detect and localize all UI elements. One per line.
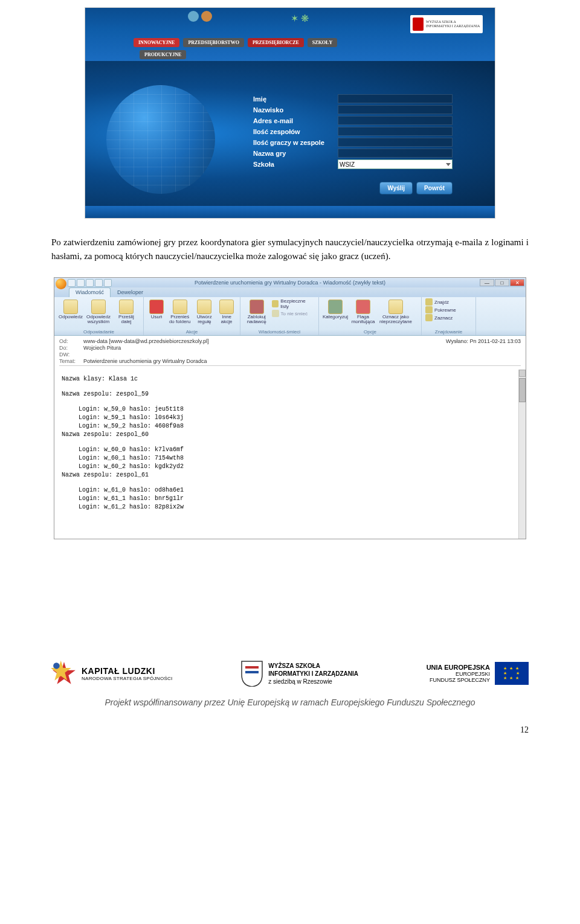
form-label-nazwa-gry: Nazwa gry: [253, 150, 338, 157]
email-line: Nazwa klasy: Klasa 1c: [62, 376, 518, 382]
delete-icon: [149, 300, 164, 314]
categorize-button[interactable]: Kategoryzuj: [323, 298, 348, 319]
select-button[interactable]: Zaznacz: [425, 314, 456, 321]
maximize-button[interactable]: □: [495, 279, 509, 286]
page-number: 12: [0, 725, 529, 735]
star-icon: [51, 661, 77, 686]
email-line: Login: w_59_0 haslo: jeu5t1t8: [79, 406, 518, 412]
kapital-ludzki-logo: KAPITAŁ LUDZKI NARODOWA STRATEGIA SPÓJNO…: [51, 661, 173, 686]
form-label-email: Adres e-mail: [253, 117, 338, 124]
wsiz-line2: INFORMATYKI I ZARZĄDZANIA: [268, 670, 358, 678]
school-logo-line2: INFORMATYKI I ZARZĄDZANIA: [426, 24, 480, 28]
form-label-nazwisko: Nazwisko: [253, 106, 338, 114]
reply-all-button[interactable]: Odpowiedz wszystkim: [86, 298, 111, 324]
select-value: WSIZ: [340, 161, 355, 168]
quick-access-toolbar: [68, 279, 112, 287]
reply-button[interactable]: Odpowiedz: [58, 298, 83, 319]
find-button[interactable]: Znajdź: [425, 298, 456, 306]
not-junk-button[interactable]: To nie śmieć: [272, 310, 315, 317]
scroll-thumb[interactable]: [519, 378, 526, 402]
input-zespolow[interactable]: [338, 127, 453, 136]
form-label-zespolow: Ilość zespołów: [253, 128, 338, 135]
qat-next-icon[interactable]: [104, 279, 112, 287]
flag-button[interactable]: Flaga monitująca: [350, 298, 376, 324]
input-email[interactable]: [338, 116, 453, 125]
banner-pill: SZKOŁY: [308, 38, 337, 47]
rule-icon: [197, 300, 211, 314]
banner-pill: PRZEDSIĘBIORCZE: [248, 38, 304, 47]
group-label: Odpowiadanie: [54, 329, 143, 335]
related-button[interactable]: Pokrewne: [425, 306, 456, 313]
rule-button[interactable]: Utwórz regułę: [194, 298, 214, 324]
input-graczy[interactable]: [338, 138, 453, 147]
ue-line2: EUROPEJSKI: [427, 671, 490, 677]
school-logo: WYŻSZA SZKOŁAINFORMATYKI I ZARZĄDZANIA: [410, 15, 483, 33]
group-label: Wiadomości-śmieci: [240, 329, 318, 335]
form-label-szkola: Szkoła: [253, 161, 338, 168]
input-nazwa-gry[interactable]: [338, 149, 453, 158]
wsiz-logo: WYŻSZA SZKOŁA INFORMATYKI I ZARZĄDZANIA …: [240, 660, 358, 687]
block-sender-button[interactable]: Zablokuj nadawcę: [244, 298, 269, 324]
qat-undo-icon[interactable]: [77, 279, 85, 287]
reply-icon: [63, 300, 78, 314]
safe-lists-button[interactable]: Bezpieczne listy: [272, 298, 315, 309]
qat-save-icon[interactable]: [68, 279, 76, 287]
related-icon: [425, 306, 433, 313]
qat-redo-icon[interactable]: [86, 279, 94, 287]
email-line: Login: w_61_1 haslo: bnr5g1lr: [79, 495, 518, 502]
form-buttons: Wyślij Powrót: [379, 182, 453, 194]
actions-icon: [219, 300, 234, 314]
tab-deweloper[interactable]: Deweloper: [111, 287, 150, 297]
office-orb-icon[interactable]: [56, 278, 66, 289]
banner-header: ✶ ❋ WYŻSZA SZKOŁAINFORMATYKI I ZARZĄDZAN…: [85, 8, 495, 61]
folder-icon: [173, 300, 187, 314]
minimize-button[interactable]: —: [480, 279, 494, 286]
kl-title: KAPITAŁ LUDZKI: [82, 666, 173, 676]
tab-wiadomosc[interactable]: Wiadomość: [69, 287, 111, 297]
group-label: Opcje: [319, 329, 421, 335]
safe-icon: [272, 300, 279, 307]
page-footer: KAPITAŁ LUDZKI NARODOWA STRATEGIA SPÓJNO…: [0, 660, 580, 735]
form-label-graczy: Ilość graczy w zespole: [253, 139, 338, 146]
ue-line3: FUNDUSZ SPOŁECZNY: [427, 677, 490, 683]
footer-cofinancing-text: Projekt współfinansowany przez Unię Euro…: [51, 698, 529, 707]
other-actions-button[interactable]: Inne akcje: [217, 298, 236, 324]
banner-footer: [85, 206, 495, 218]
ue-line1: UNIA EUROPEJSKA: [427, 664, 490, 671]
banner-pills: INNOWACYJNE PRZEDSIĘBIORSTWO PRZEDSIĘBIO…: [134, 38, 337, 47]
reply-all-icon: [91, 300, 106, 314]
email-line: Login: w_60_1 haslo: 7154wth8: [79, 455, 518, 461]
move-button[interactable]: Przenieś do folderu: [168, 298, 192, 324]
form-label-imie: Imię: [253, 95, 338, 103]
subject-value: Potwierdzenie uruchomienia gry Wirtualny…: [83, 358, 207, 364]
forward-icon: [119, 300, 134, 314]
input-nazwisko[interactable]: [338, 105, 453, 114]
input-imie[interactable]: [338, 94, 453, 103]
scroll-up-icon[interactable]: [519, 370, 526, 377]
select-szkola[interactable]: WSIZ: [338, 159, 453, 169]
forward-button[interactable]: Prześlij dalej: [114, 298, 139, 324]
ribbon-tabs: Wiadomość Deweloper: [54, 287, 526, 297]
order-form: Imię Nazwisko Adres e-mail Ilość zespołó…: [253, 94, 453, 171]
email-line: Nazwa zespolu: zespol_59: [62, 391, 518, 397]
scrollbar[interactable]: [518, 370, 526, 539]
delete-button[interactable]: Usuń: [147, 298, 166, 319]
school-logo-line1: WYŻSZA SZKOŁA: [426, 20, 480, 24]
banner-pill: PRZEDSIĘBIORSTWO: [183, 38, 243, 47]
envelope-icon: [388, 300, 403, 314]
gear-icon: [188, 11, 199, 22]
email-line: Nazwa zespolu: zespol_61: [62, 472, 518, 478]
gears-decoration: [188, 11, 212, 24]
submit-button[interactable]: Wyślij: [379, 182, 413, 194]
eu-flag-icon: ★ ★ ★★ ★★ ★ ★: [495, 662, 529, 685]
flag-icon: [356, 300, 370, 314]
find-icon: [425, 298, 433, 306]
select-icon: [425, 314, 433, 321]
sent-value: Pn 2011-02-21 13:03: [469, 338, 521, 344]
qat-prev-icon[interactable]: [95, 279, 103, 287]
form-body: Imię Nazwisko Adres e-mail Ilość zespołó…: [85, 61, 495, 206]
close-button[interactable]: ✕: [510, 279, 524, 286]
outlook-screenshot: Potwierdzenie uruchomienia gry Wirtualny…: [54, 277, 526, 539]
mark-unread-button[interactable]: Oznacz jako nieprzeczytane: [378, 298, 413, 324]
back-button[interactable]: Powrót: [416, 182, 453, 194]
